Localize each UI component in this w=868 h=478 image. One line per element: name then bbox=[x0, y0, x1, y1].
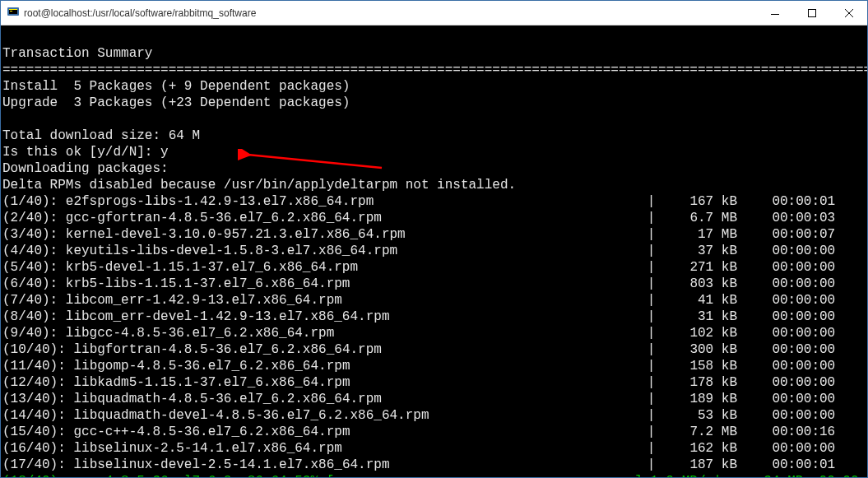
window-controls bbox=[756, 1, 867, 25]
minimize-button[interactable] bbox=[756, 1, 793, 25]
pkg-index: (6/40) bbox=[2, 276, 50, 291]
pkg-time: 00:00:00 bbox=[753, 391, 835, 407]
upgrade-summary: Upgrade 3 Packages (+23 Dependent packag… bbox=[2, 95, 350, 110]
package-row: (1/40): e2fsprogs-libs-1.42.9-13.el7.x86… bbox=[2, 193, 866, 210]
pkg-name: libgfortran-4.8.5-36.el7_6.2.x86_64.rpm bbox=[73, 342, 381, 357]
pkg-size: 53 kB bbox=[663, 407, 737, 424]
pkg-size: 37 kB bbox=[663, 243, 737, 259]
pkg-time: 00:00:00 bbox=[753, 243, 835, 259]
package-row: (6/40): krb5-libs-1.15.1-37.el7_6.x86_64… bbox=[2, 276, 866, 292]
pkg-size: 7.2 MB bbox=[663, 424, 737, 440]
pkg-time: 00:00:00 bbox=[753, 358, 835, 374]
pkg-index: (2/40) bbox=[2, 211, 50, 225]
pkg-index: (14/40) bbox=[2, 408, 58, 423]
transaction-summary-heading: Transaction Summary bbox=[2, 46, 152, 61]
delta-rpm-notice: Delta RPMs disabled because /usr/bin/app… bbox=[2, 178, 516, 193]
package-row: (3/40): kernel-devel-3.10.0-957.21.3.el7… bbox=[2, 226, 866, 243]
pkg-time: 00:00:00 bbox=[753, 440, 835, 457]
pkg-name: e2fsprogs-libs-1.42.9-13.el7.x86_64.rpm bbox=[66, 194, 374, 209]
pkg-size: 41 kB bbox=[663, 292, 737, 309]
package-row: (12/40): libkadm5-1.15.1-37.el7_6.x86_64… bbox=[2, 374, 866, 391]
pkg-name: krb5-libs-1.15.1-37.el7_6.x86_64.rpm bbox=[66, 276, 350, 291]
pkg-name: libkadm5-1.15.1-37.el7_6.x86_64.rpm bbox=[73, 375, 350, 390]
pkg-size: 17 MB bbox=[663, 226, 737, 243]
maximize-button[interactable] bbox=[793, 1, 830, 25]
pkg-eta: 00:00:15 ETA bbox=[819, 474, 867, 477]
pkg-time: 00:00:00 bbox=[753, 276, 835, 292]
pkg-name: libgcc-4.8.5-36.el7_6.2.x86_64.rpm bbox=[66, 326, 334, 341]
package-row: (2/40): gcc-gfortran-4.8.5-36.el7_6.2.x8… bbox=[2, 210, 866, 226]
package-row: (14/40): libquadmath-devel-4.8.5-36.el7_… bbox=[2, 407, 866, 424]
pkg-size: 31 kB bbox=[663, 309, 737, 325]
pkg-name: krb5-devel-1.15.1-37.el7_6.x86_64.rpm bbox=[66, 260, 358, 275]
pkg-time: 00:00:00 bbox=[753, 292, 835, 309]
confirm-prompt: Is this ok [y/d/N]: y bbox=[2, 145, 169, 160]
package-row: (7/40): libcom_err-1.42.9-13.el7.x86_64.… bbox=[2, 292, 866, 309]
pkg-time: 00:00:00 bbox=[753, 407, 835, 424]
svg-line-6 bbox=[248, 155, 382, 168]
pkg-index: (16/40) bbox=[2, 441, 58, 456]
terminal-output[interactable]: Transaction Summary ====================… bbox=[1, 26, 867, 477]
pkg-time: 00:00:01 bbox=[753, 193, 835, 210]
pkg-time: 00:00:00 bbox=[753, 325, 835, 341]
window-title: root@localhost:/usr/local/software/rabbi… bbox=[21, 7, 756, 19]
pkg-size: 271 kB bbox=[663, 259, 737, 276]
pkg-time: 00:00:00 bbox=[753, 374, 835, 391]
pkg-index: (3/40) bbox=[2, 227, 50, 242]
package-row: (11/40): libgomp-4.8.5-36.el7_6.2.x86_64… bbox=[2, 358, 866, 374]
pkg-name: libquadmath-devel-4.8.5-36.el7_6.2.x86_6… bbox=[73, 408, 429, 423]
pkg-time: 00:00:00 bbox=[753, 259, 835, 276]
pkg-size: 803 kB bbox=[663, 276, 737, 292]
pkg-size: 102 kB bbox=[663, 325, 737, 341]
pkg-index: (5/40) bbox=[2, 260, 50, 275]
annotation-arrow-icon bbox=[190, 132, 338, 155]
svg-rect-2 bbox=[9, 9, 17, 10]
close-button[interactable] bbox=[830, 1, 867, 25]
pkg-size: 187 kB bbox=[663, 457, 737, 473]
title-bar[interactable]: root@localhost:/usr/local/software/rabbi… bbox=[1, 1, 867, 26]
pkg-name: gcc-c++-4.8.5-36.el7_6.2.x86_64.rpm bbox=[73, 425, 350, 439]
downloading-heading: Downloading packages: bbox=[2, 161, 169, 176]
svg-rect-3 bbox=[10, 11, 12, 12]
pkg-index: (15/40) bbox=[2, 425, 58, 439]
pkg-size: 178 kB bbox=[663, 374, 737, 391]
pkg-index: (4/40) bbox=[2, 244, 50, 258]
pkg-name: libselinux-2.5-14.1.el7.x86_64.rpm bbox=[73, 441, 341, 456]
pkg-name: gcc-gfortran-4.8.5-36.el7_6.2.x86_64.rpm bbox=[66, 211, 382, 225]
download-progress-row: (18/40): cpp-4.8.5-36.el7_6.2.x86_64 53%… bbox=[2, 473, 866, 477]
putty-icon bbox=[1, 5, 21, 21]
pkg-name: kernel-devel-3.10.0-957.21.3.el7.x86_64.… bbox=[66, 227, 406, 242]
total-download-size: Total download size: 64 M bbox=[2, 128, 200, 143]
pkg-time: 00:00:03 bbox=[753, 210, 835, 226]
pkg-index: (13/40) bbox=[2, 392, 58, 406]
pkg-index: (10/40) bbox=[2, 342, 58, 357]
confirm-answer: y bbox=[160, 145, 169, 160]
package-row: (5/40): krb5-devel-1.15.1-37.el7_6.x86_6… bbox=[2, 259, 866, 276]
pkg-index: (9/40) bbox=[2, 326, 50, 341]
pkg-name: keyutils-libs-devel-1.5.8-3.el7.x86_64.r… bbox=[66, 244, 397, 258]
pkg-index: (11/40) bbox=[2, 359, 58, 374]
package-row: (15/40): gcc-c++-4.8.5-36.el7_6.2.x86_64… bbox=[2, 424, 866, 440]
pkg-name: libgomp-4.8.5-36.el7_6.2.x86_64.rpm bbox=[73, 359, 350, 374]
install-summary: Install 5 Packages (+ 9 Dependent packag… bbox=[2, 79, 350, 94]
pkg-size: 34 MB bbox=[729, 473, 803, 477]
pkg-name: libcom_err-devel-1.42.9-13.el7.x86_64.rp… bbox=[66, 309, 390, 324]
pkg-time: 00:00:16 bbox=[753, 424, 835, 440]
package-row: (9/40): libgcc-4.8.5-36.el7_6.2.x86_64.r… bbox=[2, 325, 866, 341]
pkg-size: 300 kB bbox=[663, 341, 737, 358]
application-window: root@localhost:/usr/local/software/rabbi… bbox=[0, 0, 868, 478]
pkg-size: 189 kB bbox=[663, 391, 737, 407]
package-row: (8/40): libcom_err-devel-1.42.9-13.el7.x… bbox=[2, 309, 866, 325]
pkg-name: libcom_err-1.42.9-13.el7.x86_64.rpm bbox=[66, 293, 342, 308]
pkg-time: 00:00:00 bbox=[753, 309, 835, 325]
pkg-index: (17/40) bbox=[2, 457, 58, 472]
pkg-index: (18/40) bbox=[2, 474, 58, 477]
package-row: (16/40): libselinux-2.5-14.1.el7.x86_64.… bbox=[2, 440, 866, 457]
pkg-index: (7/40) bbox=[2, 293, 50, 308]
pkg-time: 00:00:00 bbox=[753, 341, 835, 358]
package-row: (17/40): libselinux-devel-2.5-14.1.el7.x… bbox=[2, 457, 866, 473]
pkg-name: libselinux-devel-2.5-14.1.el7.x86_64.rpm bbox=[73, 457, 389, 472]
package-row: (13/40): libquadmath-4.8.5-36.el7_6.2.x8… bbox=[2, 391, 866, 407]
pkg-size: 167 kB bbox=[663, 193, 737, 210]
pkg-size: 6.7 MB bbox=[663, 210, 737, 226]
